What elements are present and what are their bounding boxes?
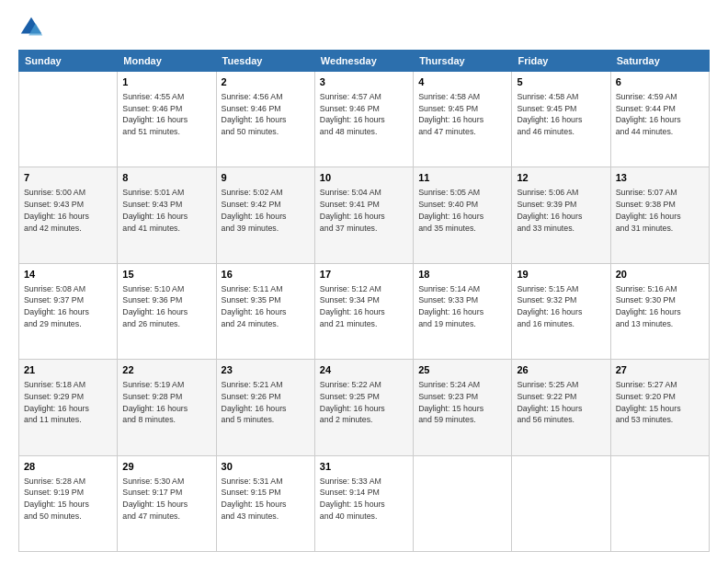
day-info: Sunrise: 4:55 AMSunset: 9:46 PMDaylight:… bbox=[122, 91, 210, 138]
table-row: 30Sunrise: 5:31 AMSunset: 9:15 PMDayligh… bbox=[216, 455, 314, 551]
page: Sunday Monday Tuesday Wednesday Thursday… bbox=[0, 0, 728, 563]
day-number: 31 bbox=[320, 460, 408, 475]
col-friday: Friday bbox=[512, 51, 610, 72]
calendar-week-row: 14Sunrise: 5:08 AMSunset: 9:37 PMDayligh… bbox=[19, 263, 710, 359]
day-info: Sunrise: 4:58 AMSunset: 9:45 PMDaylight:… bbox=[418, 91, 506, 138]
col-tuesday: Tuesday bbox=[216, 51, 314, 72]
col-monday: Monday bbox=[118, 51, 216, 72]
day-number: 30 bbox=[222, 460, 310, 475]
day-number: 1 bbox=[122, 75, 210, 90]
logo-icon bbox=[18, 15, 44, 40]
table-row bbox=[414, 455, 512, 551]
calendar-header-row: Sunday Monday Tuesday Wednesday Thursday… bbox=[19, 51, 710, 72]
day-info: Sunrise: 5:16 AMSunset: 9:30 PMDaylight:… bbox=[616, 283, 704, 330]
day-info: Sunrise: 5:11 AMSunset: 9:35 PMDaylight:… bbox=[222, 283, 310, 330]
table-row: 13Sunrise: 5:07 AMSunset: 9:38 PMDayligh… bbox=[610, 167, 709, 263]
col-sunday: Sunday bbox=[19, 51, 118, 72]
day-info: Sunrise: 5:15 AMSunset: 9:32 PMDaylight:… bbox=[517, 283, 605, 330]
day-info: Sunrise: 5:07 AMSunset: 9:38 PMDaylight:… bbox=[616, 187, 704, 234]
table-row bbox=[512, 455, 610, 551]
day-number: 5 bbox=[517, 75, 605, 90]
day-number: 24 bbox=[320, 363, 408, 378]
table-row: 28Sunrise: 5:28 AMSunset: 9:19 PMDayligh… bbox=[19, 455, 118, 551]
col-saturday: Saturday bbox=[610, 51, 709, 72]
table-row: 23Sunrise: 5:21 AMSunset: 9:26 PMDayligh… bbox=[216, 360, 314, 455]
table-row: 24Sunrise: 5:22 AMSunset: 9:25 PMDayligh… bbox=[314, 360, 413, 455]
table-row: 2Sunrise: 4:56 AMSunset: 9:46 PMDaylight… bbox=[216, 72, 314, 167]
day-number: 15 bbox=[122, 268, 210, 282]
table-row: 25Sunrise: 5:24 AMSunset: 9:23 PMDayligh… bbox=[414, 360, 512, 455]
day-info: Sunrise: 5:14 AMSunset: 9:33 PMDaylight:… bbox=[418, 283, 506, 330]
table-row: 20Sunrise: 5:16 AMSunset: 9:30 PMDayligh… bbox=[610, 263, 709, 359]
day-info: Sunrise: 5:31 AMSunset: 9:15 PMDaylight:… bbox=[222, 476, 310, 523]
table-row: 27Sunrise: 5:27 AMSunset: 9:20 PMDayligh… bbox=[610, 360, 709, 455]
table-row: 9Sunrise: 5:02 AMSunset: 9:42 PMDaylight… bbox=[216, 167, 314, 263]
day-number: 8 bbox=[122, 171, 210, 186]
day-number: 17 bbox=[320, 268, 408, 282]
day-number: 29 bbox=[122, 460, 210, 475]
day-number: 3 bbox=[320, 75, 408, 90]
day-info: Sunrise: 5:12 AMSunset: 9:34 PMDaylight:… bbox=[320, 283, 408, 330]
table-row: 6Sunrise: 4:59 AMSunset: 9:44 PMDaylight… bbox=[610, 72, 709, 167]
table-row: 16Sunrise: 5:11 AMSunset: 9:35 PMDayligh… bbox=[216, 263, 314, 359]
col-wednesday: Wednesday bbox=[314, 51, 413, 72]
day-info: Sunrise: 5:18 AMSunset: 9:29 PMDaylight:… bbox=[24, 379, 112, 426]
day-info: Sunrise: 4:58 AMSunset: 9:45 PMDaylight:… bbox=[517, 91, 605, 138]
day-number: 7 bbox=[24, 171, 112, 186]
col-thursday: Thursday bbox=[414, 51, 512, 72]
table-row: 12Sunrise: 5:06 AMSunset: 9:39 PMDayligh… bbox=[512, 167, 610, 263]
table-row: 29Sunrise: 5:30 AMSunset: 9:17 PMDayligh… bbox=[118, 455, 216, 551]
table-row: 19Sunrise: 5:15 AMSunset: 9:32 PMDayligh… bbox=[512, 263, 610, 359]
day-number: 9 bbox=[222, 171, 310, 186]
day-number: 26 bbox=[517, 363, 605, 378]
day-number: 18 bbox=[418, 268, 506, 282]
table-row: 21Sunrise: 5:18 AMSunset: 9:29 PMDayligh… bbox=[19, 360, 118, 455]
day-info: Sunrise: 5:08 AMSunset: 9:37 PMDaylight:… bbox=[24, 283, 112, 330]
table-row: 3Sunrise: 4:57 AMSunset: 9:46 PMDaylight… bbox=[314, 72, 413, 167]
day-info: Sunrise: 5:33 AMSunset: 9:14 PMDaylight:… bbox=[320, 476, 408, 523]
day-number: 12 bbox=[517, 171, 605, 186]
day-info: Sunrise: 5:22 AMSunset: 9:25 PMDaylight:… bbox=[320, 379, 408, 426]
day-number: 25 bbox=[418, 363, 506, 378]
table-row: 4Sunrise: 4:58 AMSunset: 9:45 PMDaylight… bbox=[414, 72, 512, 167]
day-info: Sunrise: 5:27 AMSunset: 9:20 PMDaylight:… bbox=[616, 379, 704, 426]
day-number: 11 bbox=[418, 171, 506, 186]
calendar-week-row: 21Sunrise: 5:18 AMSunset: 9:29 PMDayligh… bbox=[19, 360, 710, 455]
day-info: Sunrise: 5:28 AMSunset: 9:19 PMDaylight:… bbox=[24, 476, 112, 523]
table-row: 5Sunrise: 4:58 AMSunset: 9:45 PMDaylight… bbox=[512, 72, 610, 167]
table-row: 22Sunrise: 5:19 AMSunset: 9:28 PMDayligh… bbox=[118, 360, 216, 455]
day-number: 16 bbox=[222, 268, 310, 282]
day-number: 2 bbox=[222, 75, 310, 90]
day-number: 10 bbox=[320, 171, 408, 186]
table-row bbox=[19, 72, 118, 167]
day-number: 20 bbox=[616, 268, 704, 282]
table-row: 11Sunrise: 5:05 AMSunset: 9:40 PMDayligh… bbox=[414, 167, 512, 263]
day-info: Sunrise: 5:30 AMSunset: 9:17 PMDaylight:… bbox=[122, 476, 210, 523]
calendar-table: Sunday Monday Tuesday Wednesday Thursday… bbox=[18, 50, 710, 552]
day-number: 6 bbox=[616, 75, 704, 90]
day-number: 13 bbox=[616, 171, 704, 186]
day-number: 27 bbox=[616, 363, 704, 378]
day-number: 19 bbox=[517, 268, 605, 282]
header bbox=[18, 15, 710, 40]
day-info: Sunrise: 5:00 AMSunset: 9:43 PMDaylight:… bbox=[24, 187, 112, 234]
calendar-week-row: 28Sunrise: 5:28 AMSunset: 9:19 PMDayligh… bbox=[19, 455, 710, 551]
day-info: Sunrise: 5:01 AMSunset: 9:43 PMDaylight:… bbox=[122, 187, 210, 234]
day-number: 23 bbox=[222, 363, 310, 378]
table-row: 1Sunrise: 4:55 AMSunset: 9:46 PMDaylight… bbox=[118, 72, 216, 167]
table-row: 7Sunrise: 5:00 AMSunset: 9:43 PMDaylight… bbox=[19, 167, 118, 263]
table-row: 31Sunrise: 5:33 AMSunset: 9:14 PMDayligh… bbox=[314, 455, 413, 551]
day-info: Sunrise: 5:10 AMSunset: 9:36 PMDaylight:… bbox=[122, 283, 210, 330]
day-info: Sunrise: 5:19 AMSunset: 9:28 PMDaylight:… bbox=[122, 379, 210, 426]
calendar-week-row: 7Sunrise: 5:00 AMSunset: 9:43 PMDaylight… bbox=[19, 167, 710, 263]
table-row: 18Sunrise: 5:14 AMSunset: 9:33 PMDayligh… bbox=[414, 263, 512, 359]
calendar-week-row: 1Sunrise: 4:55 AMSunset: 9:46 PMDaylight… bbox=[19, 72, 710, 167]
table-row: 14Sunrise: 5:08 AMSunset: 9:37 PMDayligh… bbox=[19, 263, 118, 359]
day-number: 21 bbox=[24, 363, 112, 378]
day-number: 14 bbox=[24, 268, 112, 282]
logo bbox=[18, 15, 48, 40]
day-number: 22 bbox=[122, 363, 210, 378]
day-number: 28 bbox=[24, 460, 112, 475]
table-row: 26Sunrise: 5:25 AMSunset: 9:22 PMDayligh… bbox=[512, 360, 610, 455]
table-row bbox=[610, 455, 709, 551]
